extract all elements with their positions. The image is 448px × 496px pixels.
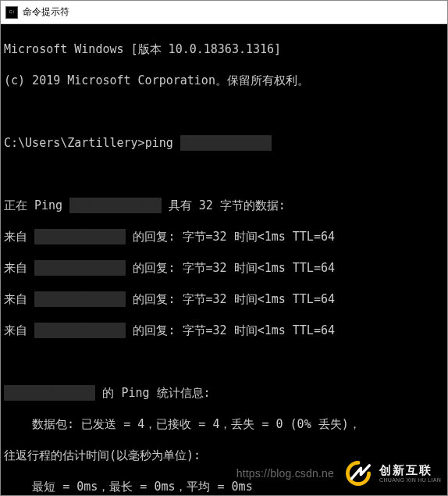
- redacted-ip: 192.168.1.120: [4, 385, 95, 401]
- window-titlebar[interactable]: 命令提示符: [1, 1, 447, 24]
- window-title: 命令提示符: [23, 5, 69, 19]
- redacted-ip: 192.168.1.120: [34, 260, 126, 276]
- terminal-area[interactable]: Microsoft Windows [版本 10.0.18363.1316] (…: [1, 24, 447, 496]
- brand-logo: 创新互联 CHUANG XIN HU LIAN: [342, 457, 441, 490]
- ping-header: 正在 Ping 192.168.1.120 具有 32 字节的数据:: [4, 198, 444, 213]
- redacted-ip: 192.168.1.120: [34, 229, 126, 244]
- watermark: https://blog.csdn.ne 创新互联 CHUANG XIN HU …: [236, 457, 441, 490]
- stats-header: 192.168.1.120 的 Ping 统计信息:: [4, 385, 444, 401]
- packets-line: 数据包: 已发送 = 4，已接收 = 4，丢失 = 0 (0% 丢失)，: [4, 416, 444, 432]
- cmd-icon: [5, 6, 18, 19]
- ping-reply: 来自 192.168.1.120 的回复: 字节=32 时间<1ms TTL=6…: [4, 229, 444, 244]
- blank-line: [4, 354, 444, 369]
- redacted-ip: 192.168.1.120: [34, 323, 126, 338]
- brand-name-cn: 创新互联: [379, 464, 441, 476]
- blank-line: [4, 104, 444, 120]
- redacted-ip: 192.168.1.120: [180, 135, 272, 151]
- copyright-line: (c) 2019 Microsoft Corporation。保留所有权利。: [4, 73, 444, 88]
- watermark-url: https://blog.csdn.ne: [236, 466, 334, 481]
- banner-line: Microsoft Windows [版本 10.0.18363.1316]: [4, 41, 444, 57]
- redacted-ip: 192.168.1.120: [69, 198, 161, 213]
- redacted-ip: 192.168.1.120: [34, 291, 126, 307]
- cx-logo-icon: [342, 457, 375, 490]
- ping-reply: 来自 192.168.1.120 的回复: 字节=32 时间<1ms TTL=6…: [4, 291, 444, 307]
- ping-reply: 来自 192.168.1.120 的回复: 字节=32 时间<1ms TTL=6…: [4, 323, 444, 338]
- ping-reply: 来自 192.168.1.120 的回复: 字节=32 时间<1ms TTL=6…: [4, 260, 444, 276]
- blank-line: [4, 166, 444, 182]
- prompt-line: C:\Users\Zartillery>ping 192.168.1.120: [4, 135, 444, 151]
- brand-name-en: CHUANG XIN HU LIAN: [379, 477, 441, 483]
